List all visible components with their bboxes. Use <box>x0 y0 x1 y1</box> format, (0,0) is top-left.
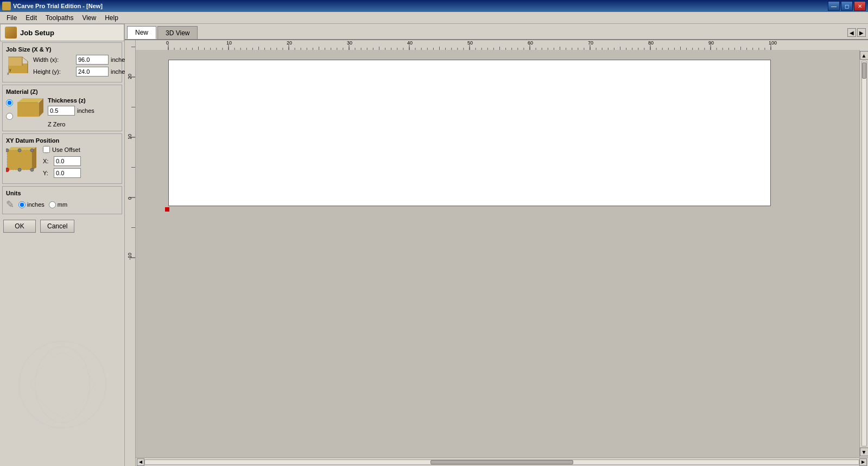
canvas-area: ▲ ▼ ◀ ▶ <box>125 40 868 466</box>
use-offset-checkbox[interactable] <box>43 146 50 153</box>
zzero-bottom-radio[interactable] <box>6 113 13 120</box>
svg-text:x: x <box>7 72 9 75</box>
height-field-group: Height (y): inches <box>33 67 128 76</box>
use-offset-row: Use Offset <box>43 146 81 153</box>
svg-marker-9 <box>17 98 43 103</box>
svg-text:y: y <box>9 68 11 72</box>
thickness-input[interactable] <box>48 106 75 116</box>
job-setup-title: Job Setup <box>20 29 54 37</box>
datum-diagram <box>6 146 40 173</box>
units-section: Units ✎ inches mm <box>2 186 122 214</box>
tab-new-label: New <box>135 29 148 36</box>
height-input[interactable] <box>76 67 109 76</box>
canvas-container: ▲ ▼ ◀ ▶ <box>136 40 868 466</box>
right-area: New 3D View ◀ ▶ <box>125 24 868 466</box>
width-label: Width (x): <box>33 56 74 63</box>
vertical-scrollbar[interactable]: ▲ ▼ <box>859 50 868 457</box>
menu-file[interactable]: File <box>2 13 21 23</box>
menu-view[interactable]: View <box>78 13 100 23</box>
svg-point-26 <box>35 347 90 423</box>
material-section: Material (Z) Thickness (z) <box>2 85 122 131</box>
left-panel: Job Setup Job Size (X & Y) x <box>0 24 125 466</box>
menu-edit[interactable]: Edit <box>21 13 41 23</box>
zzero-top-radio[interactable] <box>6 99 13 106</box>
cancel-button[interactable]: Cancel <box>40 220 74 233</box>
units-icon: ✎ <box>6 199 14 210</box>
restore-button[interactable]: ◻ <box>841 1 853 11</box>
tab-bar: New 3D View ◀ ▶ <box>125 24 868 40</box>
drawing-canvas <box>168 60 771 206</box>
zzero-label: Z Zero <box>48 121 94 127</box>
datum-diagram-svg <box>6 146 40 173</box>
thickness-unit: inches <box>77 107 94 114</box>
scroll-down-button[interactable]: ▼ <box>860 448 869 456</box>
canvas-inner: ▲ ▼ <box>136 50 868 457</box>
scroll-left-button[interactable]: ◀ <box>137 458 144 466</box>
menu-bar: File Edit Toolpaths View Help <box>0 12 868 24</box>
svg-rect-1 <box>8 57 22 66</box>
app-icon <box>2 2 11 10</box>
background-logo <box>0 336 124 433</box>
horizontal-scrollbar[interactable]: ◀ ▶ <box>136 457 868 466</box>
logo-svg <box>14 336 111 433</box>
height-label: Height (y): <box>33 68 74 75</box>
menu-help[interactable]: Help <box>100 13 123 23</box>
mm-radio[interactable] <box>49 201 56 208</box>
tab-new[interactable]: New <box>127 26 156 39</box>
viewport[interactable] <box>136 50 859 457</box>
scroll-right-button[interactable]: ▶ <box>859 458 867 466</box>
horizontal-ruler <box>136 40 868 50</box>
job-setup-icon <box>5 27 17 39</box>
mm-label: mm <box>58 201 67 208</box>
vertical-ruler-canvas <box>125 40 136 466</box>
svg-rect-8 <box>17 103 39 117</box>
menu-toolpaths[interactable]: Toolpaths <box>41 13 78 23</box>
inches-label: inches <box>27 201 45 208</box>
scrollbar-track <box>144 459 859 465</box>
thickness-field-group: inches <box>48 106 94 116</box>
x-offset-group: X: <box>43 156 81 166</box>
svg-line-3 <box>22 57 28 61</box>
tab-next-button[interactable]: ▶ <box>857 28 866 37</box>
job-size-title: Job Size (X & Y) <box>6 46 118 53</box>
vertical-ruler <box>125 40 136 466</box>
title-bar: VCarve Pro Trial Edition - [New] — ◻ ✕ <box>0 0 868 12</box>
y-offset-input[interactable] <box>54 168 81 178</box>
datum-marker <box>165 207 169 212</box>
tab-prev-button[interactable]: ◀ <box>847 28 856 37</box>
vertical-scrollbar-thumb[interactable] <box>862 62 866 79</box>
use-offset-label: Use Offset <box>52 146 80 153</box>
horizontal-ruler-canvas <box>136 40 868 50</box>
window-title: VCarve Pro Trial Edition - [New] <box>13 3 103 9</box>
tab-3dview[interactable]: 3D View <box>157 26 198 39</box>
width-field-group: Width (x): inches <box>33 55 128 65</box>
svg-point-25 <box>19 341 106 428</box>
inches-radio[interactable] <box>18 201 26 208</box>
tab-nav: ◀ ▶ <box>847 28 866 37</box>
job-size-section: Job Size (X & Y) x y <box>2 42 122 82</box>
x-label: X: <box>43 158 52 164</box>
ok-button[interactable]: OK <box>3 220 36 233</box>
title-bar-left: VCarve Pro Trial Edition - [New] <box>2 2 103 10</box>
y-label: Y: <box>43 170 52 176</box>
xy-datum-section: XY Datum Position <box>2 133 122 184</box>
minimize-button[interactable]: — <box>828 1 840 11</box>
horizontal-scrollbar-thumb[interactable] <box>430 460 573 464</box>
svg-rect-12 <box>7 150 32 170</box>
main-layout: Job Setup Job Size (X & Y) x <box>0 24 868 466</box>
material-icon <box>16 97 45 119</box>
close-button[interactable]: ✕ <box>854 1 866 11</box>
scroll-up-button[interactable]: ▲ <box>860 51 869 60</box>
x-offset-input[interactable] <box>54 156 81 166</box>
width-input[interactable] <box>76 55 109 65</box>
job-size-icon: x y <box>6 55 29 75</box>
y-offset-group: Y: <box>43 168 81 178</box>
inches-option[interactable]: inches <box>18 201 45 208</box>
action-buttons: OK Cancel <box>3 220 121 233</box>
tab-3dview-label: 3D View <box>166 29 189 37</box>
mm-option[interactable]: mm <box>49 201 67 208</box>
material-title: Material (Z) <box>6 88 118 95</box>
title-bar-controls[interactable]: — ◻ ✕ <box>828 1 866 11</box>
xy-datum-title: XY Datum Position <box>6 137 118 144</box>
job-setup-header: Job Setup <box>0 24 124 41</box>
